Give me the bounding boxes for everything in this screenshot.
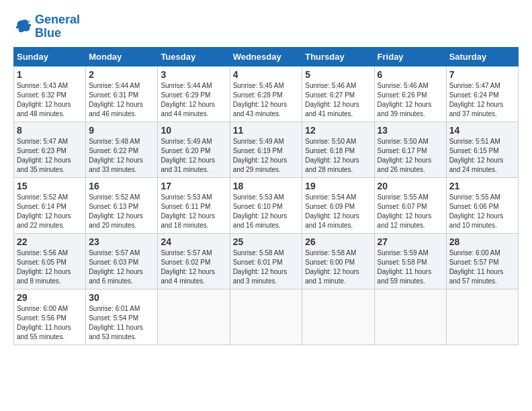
day-info: Sunrise: 5:47 AMSunset: 6:23 PMDaylight:… [17,137,83,175]
day-info: Sunrise: 5:46 AMSunset: 6:26 PMDaylight:… [378,81,443,119]
calendar-cell: 16 Sunrise: 5:52 AMSunset: 6:13 PMDaylig… [86,177,158,233]
calendar-cell: 13 Sunrise: 5:50 AMSunset: 6:17 PMDaylig… [374,122,446,177]
calendar-cell: 14 Sunrise: 5:51 AMSunset: 6:15 PMDaylig… [446,122,518,177]
calendar-cell: 2 Sunrise: 5:44 AMSunset: 6:31 PMDayligh… [86,66,158,122]
calendar-cell [302,289,374,345]
calendar-cell: 19 Sunrise: 5:54 AMSunset: 6:09 PMDaylig… [302,177,374,233]
calendar-cell: 6 Sunrise: 5:46 AMSunset: 6:26 PMDayligh… [374,66,446,122]
calendar-body: 1 Sunrise: 5:43 AMSunset: 6:32 PMDayligh… [14,66,519,345]
day-number: 19 [305,181,371,191]
day-info: Sunrise: 5:52 AMSunset: 6:13 PMDaylight:… [89,193,154,230]
calendar-header: SundayMondayTuesdayWednesdayThursdayFrid… [14,47,519,66]
day-number: 13 [378,125,443,136]
logo-icon [13,17,32,36]
day-info: Sunrise: 5:52 AMSunset: 6:14 PMDaylight:… [17,193,83,230]
day-number: 9 [89,125,154,136]
calendar-cell: 20 Sunrise: 5:55 AMSunset: 6:07 PMDaylig… [374,177,446,233]
weekday-header-friday: Friday [374,47,446,66]
calendar-week-row: 15 Sunrise: 5:52 AMSunset: 6:14 PMDaylig… [14,177,519,233]
day-info: Sunrise: 5:48 AMSunset: 6:22 PMDaylight:… [89,137,154,175]
day-info: Sunrise: 5:50 AMSunset: 6:18 PMDaylight:… [305,137,371,175]
day-number: 30 [89,292,154,303]
day-number: 23 [89,236,154,247]
calendar-week-row: 29 Sunrise: 6:00 AMSunset: 5:56 PMDaylig… [14,289,519,345]
calendar-week-row: 22 Sunrise: 5:56 AMSunset: 6:05 PMDaylig… [14,233,519,289]
calendar-cell: 1 Sunrise: 5:43 AMSunset: 6:32 PMDayligh… [14,66,86,122]
day-number: 29 [17,292,83,303]
calendar-cell: 15 Sunrise: 5:52 AMSunset: 6:14 PMDaylig… [14,177,86,233]
day-number: 18 [233,181,300,191]
calendar-cell: 27 Sunrise: 5:59 AMSunset: 5:58 PMDaylig… [374,233,446,289]
calendar-cell [158,289,230,345]
page-header: General Blue [13,13,519,40]
logo: General Blue [13,13,80,40]
calendar-cell: 17 Sunrise: 5:53 AMSunset: 6:11 PMDaylig… [158,177,230,233]
calendar-cell: 25 Sunrise: 5:58 AMSunset: 6:01 PMDaylig… [230,233,302,289]
calendar-cell: 5 Sunrise: 5:46 AMSunset: 6:27 PMDayligh… [302,66,374,122]
day-info: Sunrise: 5:45 AMSunset: 6:28 PMDaylight:… [233,81,300,119]
day-number: 21 [449,181,515,191]
day-number: 22 [17,236,83,247]
day-info: Sunrise: 5:44 AMSunset: 6:29 PMDaylight:… [161,81,226,119]
day-number: 4 [233,69,300,80]
day-number: 20 [378,181,443,191]
calendar-table: SundayMondayTuesdayWednesdayThursdayFrid… [13,47,519,345]
day-info: Sunrise: 5:58 AMSunset: 6:01 PMDaylight:… [233,248,300,286]
day-info: Sunrise: 5:56 AMSunset: 6:05 PMDaylight:… [17,248,83,286]
day-number: 15 [17,181,83,191]
day-info: Sunrise: 6:01 AMSunset: 5:54 PMDaylight:… [89,304,154,342]
day-number: 1 [17,69,83,80]
day-number: 3 [161,69,226,80]
day-info: Sunrise: 5:55 AMSunset: 6:06 PMDaylight:… [449,193,515,230]
calendar-cell: 30 Sunrise: 6:01 AMSunset: 5:54 PMDaylig… [86,289,158,345]
day-info: Sunrise: 5:46 AMSunset: 6:27 PMDaylight:… [305,81,371,119]
calendar-cell: 12 Sunrise: 5:50 AMSunset: 6:18 PMDaylig… [302,122,374,177]
day-info: Sunrise: 5:49 AMSunset: 6:20 PMDaylight:… [161,137,226,175]
day-number: 25 [233,236,300,247]
calendar-cell [446,289,518,345]
day-number: 14 [449,125,515,136]
calendar-week-row: 8 Sunrise: 5:47 AMSunset: 6:23 PMDayligh… [14,122,519,177]
day-number: 24 [161,236,226,247]
day-number: 2 [89,69,154,80]
day-info: Sunrise: 5:44 AMSunset: 6:31 PMDaylight:… [89,81,154,119]
calendar-cell: 8 Sunrise: 5:47 AMSunset: 6:23 PMDayligh… [14,122,86,177]
day-number: 17 [161,181,226,191]
day-info: Sunrise: 5:57 AMSunset: 6:03 PMDaylight:… [89,248,154,286]
day-number: 27 [378,236,443,247]
weekday-header-row: SundayMondayTuesdayWednesdayThursdayFrid… [14,47,519,66]
calendar-week-row: 1 Sunrise: 5:43 AMSunset: 6:32 PMDayligh… [14,66,519,122]
day-number: 28 [449,236,515,247]
day-info: Sunrise: 5:58 AMSunset: 6:00 PMDaylight:… [305,248,371,286]
day-number: 26 [305,236,371,247]
weekday-header-monday: Monday [86,47,158,66]
day-info: Sunrise: 5:54 AMSunset: 6:09 PMDaylight:… [305,193,371,230]
calendar-cell: 10 Sunrise: 5:49 AMSunset: 6:20 PMDaylig… [158,122,230,177]
day-info: Sunrise: 5:57 AMSunset: 6:02 PMDaylight:… [161,248,226,286]
calendar-cell: 29 Sunrise: 6:00 AMSunset: 5:56 PMDaylig… [14,289,86,345]
day-number: 10 [161,125,226,136]
day-number: 12 [305,125,371,136]
day-info: Sunrise: 6:00 AMSunset: 5:56 PMDaylight:… [17,304,83,342]
day-info: Sunrise: 5:51 AMSunset: 6:15 PMDaylight:… [449,137,515,175]
weekday-header-wednesday: Wednesday [230,47,302,66]
weekday-header-tuesday: Tuesday [158,47,230,66]
day-info: Sunrise: 5:43 AMSunset: 6:32 PMDaylight:… [17,81,83,119]
calendar-cell: 18 Sunrise: 5:53 AMSunset: 6:10 PMDaylig… [230,177,302,233]
day-info: Sunrise: 5:47 AMSunset: 6:24 PMDaylight:… [449,81,515,119]
logo-text: General Blue [35,13,80,40]
day-number: 16 [89,181,154,191]
calendar-cell: 7 Sunrise: 5:47 AMSunset: 6:24 PMDayligh… [446,66,518,122]
calendar-cell: 22 Sunrise: 5:56 AMSunset: 6:05 PMDaylig… [14,233,86,289]
weekday-header-thursday: Thursday [302,47,374,66]
day-info: Sunrise: 6:00 AMSunset: 5:57 PMDaylight:… [449,248,515,286]
weekday-header-saturday: Saturday [446,47,518,66]
calendar-cell: 4 Sunrise: 5:45 AMSunset: 6:28 PMDayligh… [230,66,302,122]
weekday-header-sunday: Sunday [14,47,86,66]
day-number: 7 [449,69,515,80]
day-info: Sunrise: 5:53 AMSunset: 6:10 PMDaylight:… [233,193,300,230]
day-info: Sunrise: 5:53 AMSunset: 6:11 PMDaylight:… [161,193,226,230]
calendar-cell: 9 Sunrise: 5:48 AMSunset: 6:22 PMDayligh… [86,122,158,177]
day-number: 11 [233,125,300,136]
calendar-cell [374,289,446,345]
